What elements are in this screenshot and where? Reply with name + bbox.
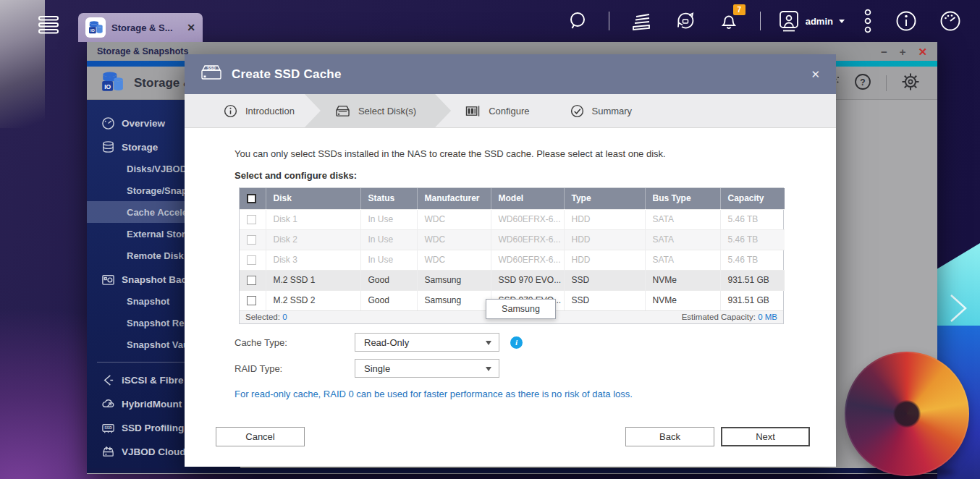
table-row: Disk 1 In Use WDC WD60EFRX-6... HDD SATA… bbox=[240, 209, 785, 229]
svg-text:SSD: SSD bbox=[104, 425, 112, 430]
raid-note: For read-only cache, RAID 0 can be used … bbox=[235, 389, 633, 399]
svg-text:IO: IO bbox=[90, 28, 96, 33]
select-all-checkbox[interactable] bbox=[247, 194, 256, 203]
storage-snapshots-app-icon: IO bbox=[85, 17, 106, 38]
col-model: Model bbox=[491, 188, 564, 209]
help-icon[interactable]: ? bbox=[854, 73, 871, 93]
sync-icon[interactable] bbox=[675, 10, 696, 32]
taskbar: IO Storage & S... ✕ bbox=[0, 0, 980, 42]
estimated-capacity-value: 0 MB bbox=[758, 313, 777, 321]
row-checkbox[interactable] bbox=[247, 215, 256, 224]
taskbar-right-icons: 7 admin bbox=[559, 0, 970, 42]
back-button[interactable]: Back bbox=[625, 427, 714, 446]
step-select-disks: Select Disk(s) bbox=[305, 94, 451, 127]
col-status: Status bbox=[360, 188, 417, 209]
background-tasks-icon[interactable] bbox=[630, 11, 652, 31]
main-menu-button[interactable] bbox=[38, 15, 59, 34]
cancel-button[interactable]: Cancel bbox=[216, 427, 305, 446]
window-bottom-bar bbox=[87, 468, 937, 473]
info-icon[interactable] bbox=[895, 9, 918, 33]
step-summary: Summary bbox=[550, 94, 653, 127]
storage-snapshots-app-icon: IO bbox=[100, 69, 124, 97]
row-checkbox[interactable] bbox=[247, 296, 256, 305]
step-configure: Configure bbox=[445, 94, 549, 127]
tab-close-icon[interactable]: ✕ bbox=[187, 22, 195, 33]
cache-type-select[interactable]: Read-Only bbox=[355, 333, 499, 352]
raid-type-select[interactable]: Single bbox=[355, 359, 499, 378]
watermark-logo bbox=[845, 352, 969, 476]
svg-text:IO: IO bbox=[104, 82, 111, 90]
dialog-close-icon[interactable]: ✕ bbox=[811, 68, 820, 81]
window-close-button[interactable]: ✕ bbox=[918, 46, 927, 57]
table-row: Disk 2 In Use WDC WD60EFRX-6... HDD SATA… bbox=[240, 229, 785, 250]
dashboard-icon[interactable] bbox=[939, 9, 962, 33]
chevron-down-icon bbox=[839, 20, 845, 23]
col-type: Type bbox=[564, 188, 645, 209]
taskbar-divider bbox=[760, 12, 761, 30]
cache-type-info-icon[interactable]: i bbox=[510, 336, 523, 349]
dialog-title: Create SSD Cache bbox=[232, 67, 342, 82]
taskbar-divider bbox=[609, 12, 609, 30]
dialog-body: You can only select SSDs installed in th… bbox=[185, 128, 836, 467]
intro-text: You can only select SSDs installed in th… bbox=[235, 148, 793, 159]
maximize-button[interactable]: + bbox=[900, 46, 906, 57]
estimated-capacity-label: Estimated Capacity: bbox=[682, 313, 756, 321]
user-name: admin bbox=[806, 16, 833, 27]
svg-text:SSD: SSD bbox=[207, 66, 215, 70]
selected-label: Selected: bbox=[245, 313, 280, 321]
wizard-steps: Introduction Select Disk(s) Configure bbox=[185, 94, 836, 128]
row-checkbox[interactable] bbox=[247, 276, 256, 285]
svg-text:?: ? bbox=[860, 77, 865, 87]
minimize-button[interactable]: − bbox=[881, 46, 887, 57]
raid-type-label: RAID Type: bbox=[235, 363, 355, 374]
next-button[interactable]: Next bbox=[721, 427, 810, 446]
settings-icon[interactable] bbox=[901, 72, 920, 94]
dialog-header: SSD Create SSD Cache ✕ bbox=[185, 54, 836, 94]
user-menu[interactable]: admin bbox=[778, 9, 845, 33]
table-row: Disk 3 In Use WDC WD60EFRX-6... HDD SATA… bbox=[240, 250, 785, 270]
ssd-icon: SSD bbox=[200, 64, 222, 85]
notifications-icon[interactable]: 7 bbox=[719, 10, 739, 32]
cache-type-label: Cache Type: bbox=[235, 337, 355, 348]
chevron-right-icon bbox=[945, 291, 971, 328]
more-dots-icon[interactable] bbox=[863, 8, 872, 34]
row-checkbox[interactable] bbox=[247, 255, 256, 265]
col-manufacturer: Manufacturer bbox=[417, 188, 491, 209]
step-introduction: Introduction bbox=[203, 94, 315, 127]
raid-type-row: RAID Type: Single bbox=[235, 359, 499, 378]
col-disk: Disk bbox=[266, 188, 360, 209]
notification-badge: 7 bbox=[733, 4, 745, 15]
taskbar-tab-label: Storage & S... bbox=[111, 22, 181, 33]
col-bus-type: Bus Type bbox=[645, 188, 720, 209]
col-capacity: Capacity bbox=[720, 188, 785, 209]
table-row: M.2 SSD 1 Good Samsung SSD 970 EVO... SS… bbox=[240, 270, 785, 290]
selected-count: 0 bbox=[282, 313, 287, 321]
dialog-buttons: Cancel Back Next bbox=[216, 427, 810, 446]
search-icon[interactable] bbox=[567, 11, 588, 31]
select-disks-label: Select and configure disks: bbox=[235, 170, 357, 181]
desktop: IO Storage & S... ✕ bbox=[0, 0, 980, 479]
taskbar-tab-storage-snapshots[interactable]: IO Storage & S... ✕ bbox=[78, 13, 203, 42]
toolbar-divider bbox=[886, 75, 887, 91]
cache-type-row: Cache Type: Read-Only i bbox=[235, 333, 523, 352]
row-checkbox[interactable] bbox=[247, 235, 256, 245]
manufacturer-tooltip: Samsung bbox=[486, 299, 556, 319]
table-header-row: Disk Status Manufacturer Model Type Bus … bbox=[240, 188, 785, 209]
create-ssd-cache-dialog: SSD Create SSD Cache ✕ Introduction Sele… bbox=[185, 54, 836, 467]
